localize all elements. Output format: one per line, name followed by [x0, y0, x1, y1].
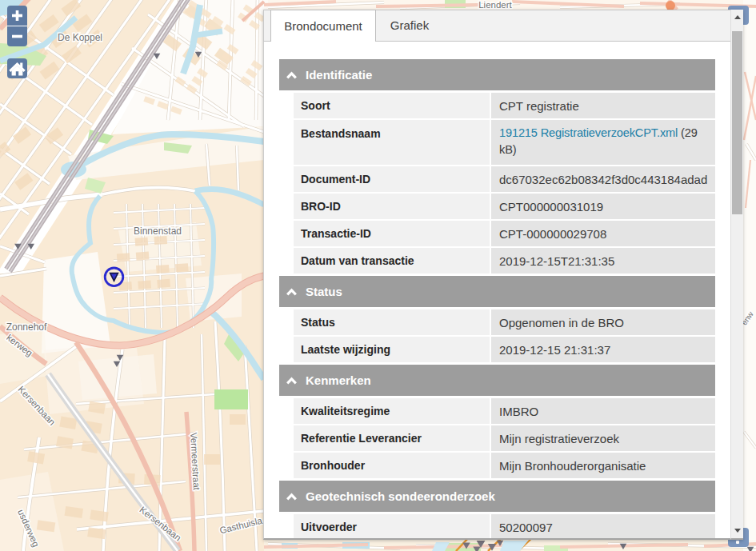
- svg-text:Binnenstad: Binnenstad: [134, 226, 182, 237]
- svg-text:De Koppel: De Koppel: [58, 32, 102, 43]
- svg-text:Zonnehof: Zonnehof: [6, 321, 47, 333]
- svg-text:Liendert: Liendert: [478, 0, 512, 10]
